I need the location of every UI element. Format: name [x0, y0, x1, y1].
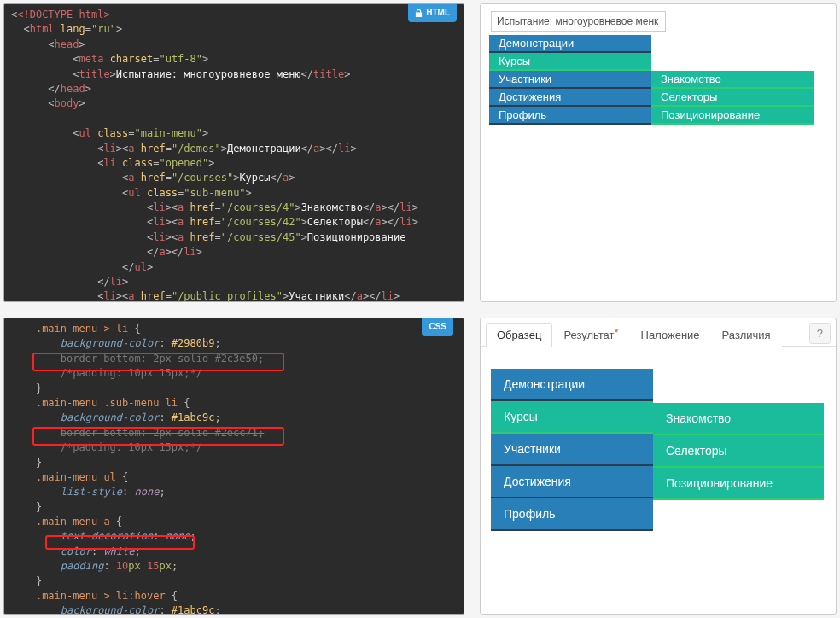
menu-item-opened: Курсы: [491, 401, 653, 434]
menu-item: Демонстрации: [489, 35, 651, 53]
menu-item: Демонстрации: [491, 369, 653, 401]
badge-label: HTML: [426, 7, 450, 20]
preview-title-input[interactable]: [491, 11, 666, 32]
submenu-item: Позиционирование: [653, 468, 824, 500]
sub-menu: Знакомство Селекторы Позиционирование: [651, 71, 814, 125]
submenu-item: Позиционирование: [651, 107, 814, 125]
preview-top: Демонстрации Курсы Участники Достижения …: [480, 3, 837, 302]
menu-item: Достижения: [489, 89, 651, 107]
tab-diff[interactable]: Различия: [711, 323, 782, 347]
submenu-item: Знакомство: [653, 403, 824, 435]
html-editor[interactable]: HTML <<!DOCTYPE html> <html lang="ru"> <…: [3, 3, 464, 302]
tab-result[interactable]: Результат*: [552, 323, 629, 347]
html-code-content[interactable]: <<!DOCTYPE html> <html lang="ru"> <head>…: [4, 4, 464, 302]
preview-bottom: Образец Результат* Наложение Различия ? …: [480, 318, 837, 615]
mini-menu: Демонстрации Курсы Участники Достижения …: [489, 35, 814, 125]
menu-item-opened: Курсы: [489, 53, 651, 71]
lock-icon: [415, 9, 423, 17]
css-code-content[interactable]: .main-menu > li { background-color: #298…: [4, 318, 464, 615]
tab-overlay[interactable]: Наложение: [630, 323, 711, 347]
menu-item: Достижения: [491, 466, 653, 498]
submenu-item: Селекторы: [651, 89, 814, 107]
tabs: Образец Результат* Наложение Различия ?: [481, 318, 836, 347]
badge-label: CSS: [429, 321, 446, 334]
css-badge: CSS: [422, 318, 453, 336]
sub-menu: Знакомство Селекторы Позиционирование: [653, 403, 824, 500]
menu-item: Участники: [489, 71, 651, 89]
tab-help[interactable]: ?: [809, 323, 831, 344]
menu-item: Профиль: [491, 498, 653, 531]
submenu-item: Селекторы: [653, 435, 824, 468]
html-badge: HTML: [408, 4, 457, 22]
menu-item: Участники: [491, 434, 653, 466]
tab-sample[interactable]: Образец: [486, 323, 552, 347]
star-icon: *: [615, 326, 619, 339]
css-editor[interactable]: CSS .main-menu > li { background-color: …: [3, 318, 464, 615]
big-menu: Демонстрации Курсы Участники Достижения …: [491, 369, 815, 531]
menu-item: Профиль: [489, 107, 651, 125]
submenu-item: Знакомство: [651, 71, 814, 89]
